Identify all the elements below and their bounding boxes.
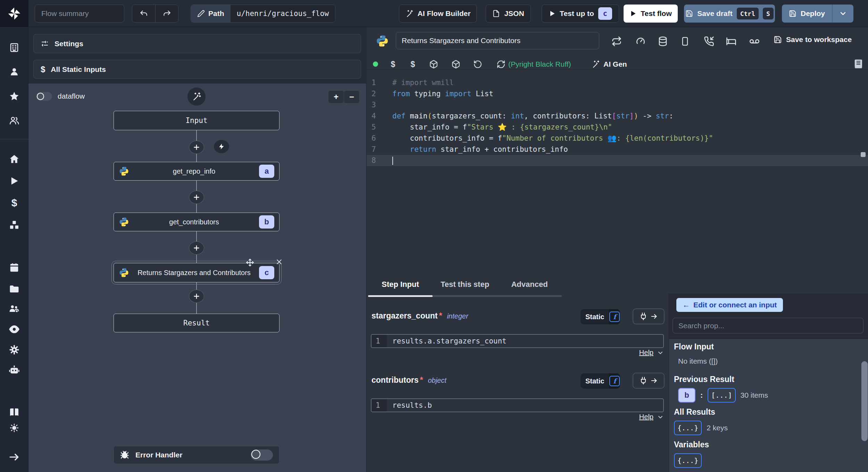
expand-sidebar-button[interactable] xyxy=(0,449,28,465)
ai-gen-button[interactable]: AI Gen xyxy=(592,60,627,68)
delete-node-button[interactable] xyxy=(276,258,283,267)
sidebar-item-docs[interactable] xyxy=(0,405,28,420)
edit-or-connect-button[interactable]: ← Edit or connect an input xyxy=(676,298,783,312)
graph-node-input[interactable]: Input xyxy=(114,111,279,130)
tab-step-input[interactable]: Step Input xyxy=(368,274,433,295)
windmill-flow-editor: Path u/henri/gracious_flow AI Flow Build… xyxy=(0,0,868,472)
sidebar-item-favorites[interactable] xyxy=(0,89,28,104)
graph-zoom-in-button[interactable]: + xyxy=(328,90,344,103)
error-handler-node[interactable]: Error Handler xyxy=(114,446,279,464)
chevron-down-icon[interactable] xyxy=(657,349,664,356)
dataflow-toggle[interactable] xyxy=(36,92,52,101)
add-step-button-1[interactable] xyxy=(189,141,204,154)
sleep-bed-icon[interactable] xyxy=(725,35,737,47)
python-icon xyxy=(119,166,129,176)
chevron-down-icon[interactable] xyxy=(657,414,664,421)
add-step-button-4[interactable] xyxy=(189,290,204,303)
search-prop-input[interactable] xyxy=(673,318,863,333)
undo-button[interactable] xyxy=(132,5,155,22)
test-flow-button[interactable]: Test flow xyxy=(624,5,678,23)
add-step-button-2[interactable] xyxy=(189,191,204,204)
connect-input-button-contributors[interactable] xyxy=(633,373,665,389)
editor-scrollbar-thumb[interactable] xyxy=(861,152,866,157)
path-value[interactable]: u/henri/gracious_flow xyxy=(231,5,335,22)
path-edit-button[interactable]: Path xyxy=(191,5,231,22)
test-up-to-button[interactable]: Test up to c xyxy=(542,5,619,23)
sidebar-item-runs[interactable] xyxy=(0,173,28,189)
move-node-handle[interactable] xyxy=(246,258,254,267)
graph-node-result[interactable]: Result xyxy=(114,314,279,332)
sidebar-item-ai-agents[interactable] xyxy=(0,363,28,378)
step-b-badge[interactable]: b xyxy=(678,388,695,403)
flow-panel-header: Settings $ All Static Inputs xyxy=(28,27,366,84)
gear-icon xyxy=(9,345,19,355)
retries-icon[interactable] xyxy=(611,35,623,47)
all-static-inputs-button[interactable]: $ All Static Inputs xyxy=(33,60,361,79)
graph-zoom-out-button[interactable]: − xyxy=(344,90,360,103)
early-stop-gauge-icon[interactable] xyxy=(635,35,646,47)
node-tools xyxy=(246,258,283,267)
input-mode-toggle-contributors[interactable]: Static f xyxy=(581,373,620,389)
cache-database-icon[interactable] xyxy=(657,35,669,47)
expression-mode-segment[interactable]: f xyxy=(609,309,620,324)
flow-settings-button[interactable]: Settings xyxy=(33,34,361,53)
package-icon[interactable] xyxy=(451,59,461,69)
step-title-input[interactable] xyxy=(396,32,599,49)
deploy-button[interactable]: Deploy xyxy=(782,5,832,23)
voicemail-icon[interactable] xyxy=(749,35,760,47)
variable-picker-icon[interactable]: $ xyxy=(388,59,398,69)
suspend-phone-icon[interactable] xyxy=(703,35,715,47)
graph-node-returns-stargazers[interactable]: Returns Stargazers and Contributors c xyxy=(114,263,279,282)
save-to-workspace-button[interactable]: Save to workspace xyxy=(774,35,852,44)
input-mode-toggle-stargazers[interactable]: Static f xyxy=(581,309,620,324)
refresh-icon[interactable] xyxy=(496,59,506,69)
reset-rotate-icon[interactable] xyxy=(473,59,483,69)
add-step-button-3[interactable] xyxy=(189,241,204,255)
sidebar-item-variables[interactable]: $ xyxy=(0,195,28,210)
graph-node-get-repo-info[interactable]: get_repo_info a xyxy=(114,162,279,181)
sidebar-item-workspace[interactable] xyxy=(0,40,28,55)
tab-active-underline xyxy=(368,295,433,297)
help-link[interactable]: Help xyxy=(639,349,653,357)
sidebar-item-audit-logs[interactable] xyxy=(0,322,28,337)
deploy-dropdown-button[interactable] xyxy=(832,5,853,23)
connect-input-button-stargazers[interactable] xyxy=(633,308,665,324)
json-button[interactable]: JSON xyxy=(486,5,531,23)
save-draft-button[interactable]: Save draft Ctrl S xyxy=(684,5,775,23)
prop-picker-scrollbar-thumb[interactable] xyxy=(861,361,868,441)
lint-status[interactable]: (Pyright Black Ruff) xyxy=(508,60,571,68)
sidebar-item-resources[interactable] xyxy=(0,217,28,233)
tab-test-this-step[interactable]: Test this step xyxy=(433,274,497,295)
sidebar-item-user[interactable] xyxy=(0,64,28,80)
expr-input-stargazers[interactable]: 1 results.a.stargazers_count xyxy=(371,334,664,348)
package-icon[interactable] xyxy=(429,59,439,69)
graph-node-get-contributors[interactable]: get_contributors b xyxy=(114,213,279,231)
windmill-logo[interactable] xyxy=(0,0,28,27)
sidebar-item-groups[interactable] xyxy=(0,113,28,128)
ai-flow-builder-button[interactable]: AI Flow Builder xyxy=(399,5,477,23)
sidebar-item-folders[interactable] xyxy=(0,281,28,297)
sidebar-item-settings[interactable] xyxy=(0,342,28,357)
collapsed-object-badge[interactable]: {...} xyxy=(674,453,702,468)
collapsed-object-badge[interactable]: {...} xyxy=(674,421,702,435)
sidebar-item-workers[interactable] xyxy=(0,301,28,317)
help-link[interactable]: Help xyxy=(639,413,653,421)
flow-summary-input[interactable] xyxy=(35,5,124,23)
trigger-button[interactable] xyxy=(214,140,229,153)
resource-picker-icon[interactable]: $ xyxy=(408,59,418,69)
sidebar-item-schedules[interactable] xyxy=(0,260,28,275)
sidebar-item-theme[interactable] xyxy=(0,420,28,436)
expression-mode-segment[interactable]: f xyxy=(609,373,620,389)
library-icon[interactable] xyxy=(853,59,864,69)
expr-input-contributors[interactable]: 1 results.b xyxy=(371,398,664,412)
ai-graph-assistant-button[interactable] xyxy=(187,88,206,106)
error-handler-toggle[interactable] xyxy=(251,449,273,461)
tab-advanced[interactable]: Advanced xyxy=(497,274,562,295)
sidebar-item-home[interactable] xyxy=(0,151,28,167)
code-editor[interactable]: 1# import wmill2from typing import List3… xyxy=(367,69,868,274)
flow-input-empty: No items ([]) xyxy=(678,357,718,365)
redo-button[interactable] xyxy=(155,5,178,22)
mock-icon[interactable] xyxy=(679,35,691,47)
collapsed-array-badge[interactable]: [...] xyxy=(708,388,735,403)
wand-icon xyxy=(405,9,414,18)
